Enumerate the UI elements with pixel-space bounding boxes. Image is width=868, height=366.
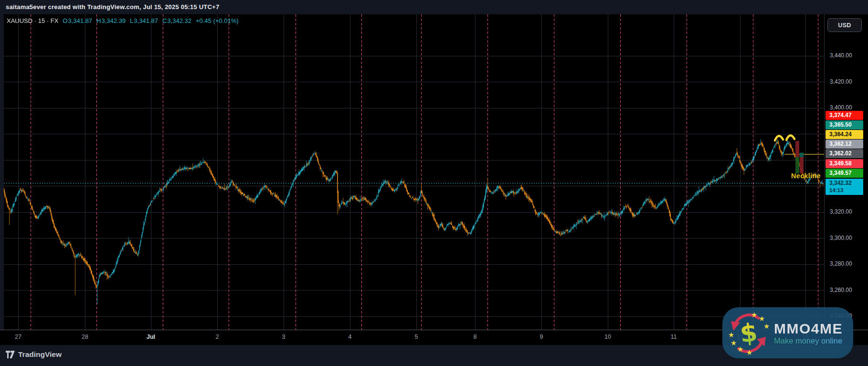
time-axis[interactable]: 2728Jul23458910111215	[0, 330, 824, 345]
time-axis-label: 8	[474, 334, 477, 340]
price-badge: 3,364.24	[826, 130, 863, 139]
price-axis-label: 3,280.00	[830, 260, 852, 268]
svg-text:★: ★	[728, 331, 734, 339]
price-badge: 3,362.12	[826, 140, 863, 149]
price-axis-label: 3,260.00	[830, 286, 852, 294]
svg-text:★: ★	[751, 311, 757, 319]
price-chart-canvas[interactable]	[4, 14, 824, 330]
price-axis-label: 3,400.00	[830, 104, 852, 111]
neckline-label[interactable]: Neckline	[791, 172, 821, 180]
price-badge-value: 3,374.47	[829, 112, 863, 119]
legend-ohlc-value: C3,342.32	[162, 17, 191, 24]
mmo4me-watermark: $ ★★★ ★★★★ MMO4ME Make money online	[722, 307, 853, 358]
price-badge-value: 3,349.58	[829, 160, 863, 167]
price-badge-value: 3,342.32	[829, 180, 863, 187]
symbol-legend: XAUUSD · 15 · FX O3,341.87H3,342.39L3,34…	[7, 17, 239, 24]
attribution-text: saitama5ever created with TradingView.co…	[6, 3, 219, 11]
chart-pane: XAUUSD · 15 · FX O3,341.87H3,342.39L3,34…	[4, 14, 824, 330]
price-axis-label: 3,320.00	[830, 208, 852, 215]
time-axis-label: 4	[349, 334, 352, 340]
svg-text:★: ★	[763, 322, 770, 331]
currency-toggle-button[interactable]: USD	[827, 18, 862, 32]
symbol-title[interactable]: XAUUSD · 15 · FX	[7, 17, 58, 24]
mmo4me-title: MMO4ME	[774, 321, 843, 336]
time-axis-label: 11	[671, 334, 677, 340]
svg-text:★: ★	[746, 348, 752, 355]
price-badge-value: 3,365.50	[829, 121, 863, 129]
time-axis-label: 3	[282, 334, 286, 340]
svg-text:★: ★	[737, 345, 743, 354]
price-badge: 3,374.47	[826, 111, 863, 120]
legend-ohlc-value: H3,342.39	[96, 17, 126, 24]
mmo4me-text: MMO4ME Make money online	[774, 321, 843, 345]
price-axis-label: 3,420.00	[830, 78, 852, 86]
tradingview-logo-icon	[6, 351, 15, 358]
price-badge: 3,342.32 14:13	[826, 179, 863, 195]
legend-ohlc-value: O3,341.87	[63, 17, 92, 24]
price-badge-value: 3,362.02	[829, 150, 863, 157]
time-axis-label: 9	[540, 334, 543, 340]
svg-text:★: ★	[730, 339, 737, 347]
price-badge: 3,349.58	[826, 159, 863, 168]
tradingview-chart-page: saitama5ever created with TradingView.co…	[0, 0, 868, 366]
legend-ohlc: O3,341.87H3,342.39L3,341.87C3,342.32	[63, 17, 191, 24]
price-axis-label: 3,440.00	[830, 52, 852, 59]
price-badge: 3,365.50	[826, 120, 863, 129]
mmo4me-logo-icon: $ ★★★ ★★★★	[727, 311, 770, 355]
time-axis-label: 28	[82, 334, 88, 340]
price-badge-value: 3,362.12	[829, 140, 863, 148]
dollar-icon: $	[739, 318, 759, 348]
price-axis[interactable]: USD 3,440.003,420.003,400.003,320.003,30…	[824, 14, 868, 345]
price-badge-countdown: 14:13	[829, 187, 863, 194]
time-axis-label: Jul	[147, 334, 155, 340]
mmo4me-subtitle: Make money online	[774, 336, 843, 345]
price-badge: 3,349.57	[826, 169, 863, 178]
price-axis-label: 3,300.00	[830, 234, 852, 242]
time-axis-label: 5	[415, 334, 418, 340]
price-change: +0.45 (+0.01%)	[196, 17, 239, 24]
attribution-bar: saitama5ever created with TradingView.co…	[0, 0, 868, 14]
legend-ohlc-value: L3,341.87	[130, 17, 158, 24]
time-axis-label: 27	[15, 334, 21, 340]
time-axis-label: 10	[604, 334, 611, 340]
time-axis-label: 2	[216, 334, 219, 340]
tradingview-wordmark: TradingView	[18, 350, 62, 359]
price-badge-value: 3,349.57	[829, 170, 863, 177]
price-badge: 3,362.02	[826, 149, 863, 158]
tradingview-footer[interactable]: TradingView	[6, 350, 62, 359]
price-badge-value: 3,364.24	[829, 131, 863, 138]
